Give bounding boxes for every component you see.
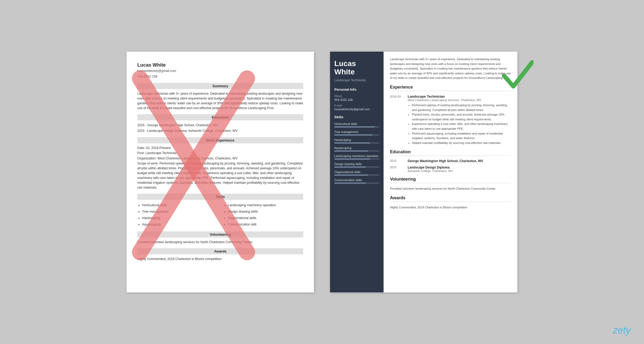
right-email-value: lucaswhitezety@gmail.com <box>334 108 379 111</box>
school-sub-1: Ashworth College, Charleston, WV <box>408 169 453 173</box>
left-skills-col1: Horticultural skills Tree management Har… <box>137 202 218 228</box>
right-volunteering-text: Provided volunteer landscaping services … <box>390 186 511 191</box>
right-awards-text: Highly Commended, 2019 Charleston in Blo… <box>390 205 511 210</box>
skill-bar-bg-1 <box>334 134 379 136</box>
left-skill-2: Tree management <box>142 208 218 215</box>
skill-name-0: Horticultural skills <box>334 122 379 125</box>
exp-bullet-0: Performed upkeep of existing landscaping… <box>412 103 511 112</box>
exp-bullet-1: Planted trees, shrubs, perennials, and a… <box>412 112 511 122</box>
skill-bar-bg-2 <box>334 142 379 144</box>
skill-bar-bg-5 <box>334 166 379 168</box>
skill-bar-bg-3 <box>334 150 379 152</box>
skill-name-7: Communication skills <box>334 178 379 182</box>
skill-bar-fill-0 <box>334 126 375 128</box>
left-skill-1: Horticultural skills <box>142 202 218 208</box>
right-skills-title: Skills <box>334 115 379 119</box>
skill-name-4: Landscaping machinery operation <box>334 154 379 158</box>
skill-item-0: Horticultural skills <box>334 122 379 128</box>
right-personal-info-title: Personal Info <box>334 87 379 91</box>
left-skill-3: Hardscaping <box>142 215 218 221</box>
edu-entry-0: 2015 George Washington High School, Char… <box>390 159 511 163</box>
left-scope-label: Scope of work: <box>137 162 158 165</box>
right-job-title: Landscape Technician <box>334 78 379 82</box>
right-name-block: Lucas White <box>334 60 379 76</box>
skill-bar-fill-3 <box>334 150 368 152</box>
right-sidebar: Lucas White Landscape Technician Persona… <box>330 52 384 292</box>
left-skill-7: Organizational skills <box>228 215 303 221</box>
left-skill-5: Landscaping machinery operation <box>228 202 303 208</box>
left-skill-8: Communication skill <box>228 221 303 228</box>
exp-bullet-3: Performed aquascaping, including install… <box>412 131 511 141</box>
left-resume: Lucas White lucaswhitezety@gmail.com 304… <box>127 52 314 292</box>
left-work-scope: Scope of work: Performed upkeep of exist… <box>137 161 303 190</box>
skill-item-2: Hardscaping <box>334 138 379 144</box>
left-work-post: Post: Landscape Technician <box>137 151 303 156</box>
school-name-0: George Washington High School, Charlesto… <box>408 159 483 163</box>
edu-year-0: 2015 <box>390 159 403 163</box>
left-name: Lucas White <box>137 62 303 68</box>
left-awards-title: Awards <box>137 248 303 254</box>
right-email-label: E-mail <box>334 104 379 107</box>
left-education-title: Education <box>137 114 303 120</box>
right-phone-label: Phone <box>334 95 379 98</box>
skill-bar-fill-7 <box>334 182 366 184</box>
left-work-title: Work Experience <box>137 137 303 143</box>
skill-bar-fill-6 <box>334 174 368 176</box>
exp-bullets-list: Performed upkeep of existing landscaping… <box>408 103 511 145</box>
right-education-title: Education <box>390 150 511 156</box>
skill-name-3: Aquascaping <box>334 146 379 150</box>
skill-bar-fill-4 <box>334 158 370 160</box>
exp-details: Landscape Technician West Charleston Lan… <box>408 94 511 145</box>
left-skills-col2: Landscaping machinery operation Design d… <box>223 202 303 228</box>
exp-date: 2016-03 <box>390 95 403 145</box>
left-awards-text: Highly Commended, 2019 Charleston in Blo… <box>137 257 303 261</box>
skill-item-5: Design drawing skills <box>334 162 379 168</box>
left-edu-2: 2015 - Landscape Design Diploma, Ashwort… <box>137 128 303 133</box>
left-volunteering-text: Provided volunteer landscaping services … <box>137 240 303 244</box>
skill-bar-fill-2 <box>334 142 370 144</box>
skill-bar-bg-7 <box>334 182 379 184</box>
left-skills-title: Skills <box>137 194 303 200</box>
zety-logo: zety <box>613 325 631 336</box>
left-phone: 304-4332-158 <box>137 74 303 79</box>
skill-item-1: Tree management <box>334 130 379 136</box>
skill-item-3: Aquascaping <box>334 146 379 152</box>
skill-name-2: Hardscaping <box>334 138 379 142</box>
right-volunteering-title: Volunteering <box>390 177 511 183</box>
left-work-date: Date: 03. 2016-Present <box>137 146 303 151</box>
left-volunteering-title: Volunteering <box>137 231 303 238</box>
exp-bullet-4: Helped maintain profitability by sourcin… <box>412 141 511 146</box>
edu-entry-1: 2015 Landscape Design Diploma Ashworth C… <box>390 166 511 173</box>
edu-details-1: Landscape Design Diploma Ashworth Colleg… <box>408 166 453 173</box>
right-summary-text: Landscape technician with 3+ years of ex… <box>390 57 511 81</box>
left-summary-text: Landscape technician with 3+ years of ex… <box>137 91 303 110</box>
exp-job-title: Landscape Technician <box>408 94 511 98</box>
exp-item-0: 2016-03 Landscape Technician West Charle… <box>390 94 511 145</box>
edu-year-1: 2015 <box>390 166 403 173</box>
skill-bar-bg-6 <box>334 174 379 176</box>
right-last-name: White <box>334 68 379 76</box>
right-experience-title: Experience <box>390 85 511 91</box>
left-skill-6: Design drawing skills <box>228 208 303 215</box>
right-phone-value: 304-4332-158 <box>334 98 379 101</box>
left-work-org: Organization: West Charleston Landscapin… <box>137 156 303 161</box>
right-awards-title: Awards <box>390 196 511 202</box>
skill-name-1: Tree management <box>334 130 379 133</box>
skill-bar-bg-0 <box>334 126 379 128</box>
skill-bar-fill-1 <box>334 134 373 136</box>
right-main-content: Landscape technician with 3+ years of ex… <box>384 52 517 292</box>
degree-1: Landscape Design Diploma <box>408 166 453 169</box>
skill-name-5: Design drawing skills <box>334 162 379 166</box>
left-summary-title: Summary <box>137 83 303 89</box>
skill-item-4: Landscaping machinery operation <box>334 154 379 160</box>
right-first-name: Lucas <box>334 60 379 68</box>
exp-company: West Charleston Landscaping Services, Ch… <box>408 98 511 102</box>
left-skills-grid: Horticultural skills Tree management Har… <box>137 202 303 228</box>
left-scope-text: Performed upkeep of existing landscaping… <box>137 162 303 189</box>
left-email: lucaswhitezety@gmail.com <box>137 68 303 74</box>
right-resume-wrapper: Lucas White Landscape Technician Persona… <box>330 52 517 292</box>
left-skill-4: Aquascaping <box>142 221 218 228</box>
page-container: Lucas White lucaswhitezety@gmail.com 304… <box>0 0 644 344</box>
skill-item-6: Organizational skills <box>334 170 379 176</box>
edu-details-0: George Washington High School, Charlesto… <box>408 159 483 163</box>
